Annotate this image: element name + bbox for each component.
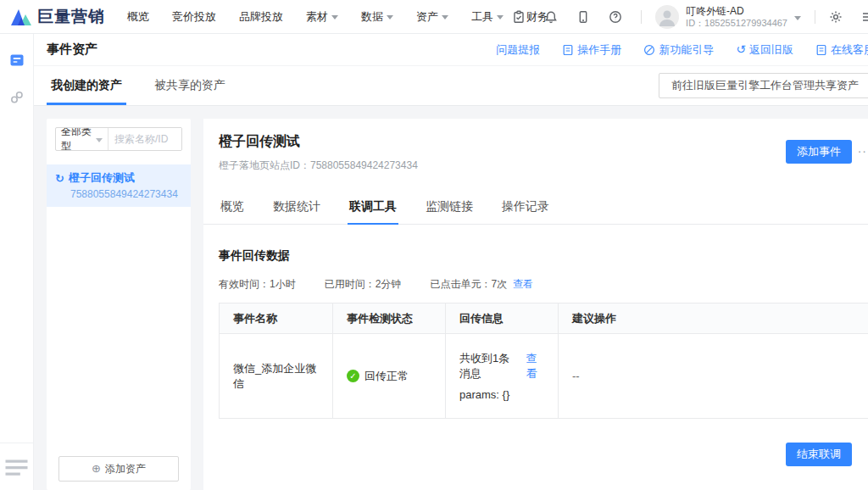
chevron-down-icon [96, 138, 103, 142]
tab-shared-assets[interactable]: 被共享的资产 [150, 66, 230, 105]
callback-stats: 有效时间：1小时 已用时间：2分钟 已点击单元：7次 查看 [219, 277, 868, 292]
navbar-right: 叮咚外链-AD ID：1852551279934467 [512, 0, 868, 34]
logo-icon [10, 8, 32, 26]
shared-link-rail-icon[interactable] [9, 90, 25, 105]
asset-item-name: 橙子回传测试 [69, 170, 135, 186]
suggestion-cell: -- [559, 334, 868, 419]
chevron-down-icon [331, 15, 338, 19]
page-title: 事件资产 [47, 42, 97, 58]
chevron-down-icon [442, 15, 448, 19]
tasks-clipboard-icon[interactable] [512, 10, 526, 24]
asset-detail-title: 橙子回传测试 [219, 133, 868, 151]
view-message-link[interactable]: 查看 [526, 351, 545, 381]
more-actions-icon[interactable]: ·· [858, 144, 867, 158]
menu-data[interactable]: 数据 [361, 9, 393, 25]
asset-list-panel: 全部类型 橙子回传测试 7588055849424273434 添加资产 [47, 119, 191, 490]
asset-detail-panel: 橙子回传测试 橙子落地页站点ID：7588055849424273434 添加事… [203, 119, 868, 490]
table-row: 微信_添加企业微信 回传正常 共收到1条消息 查看 params: {} -- [220, 334, 868, 419]
new-feature-guide-link[interactable]: 新功能引导 [643, 42, 714, 58]
detail-tabs: 概览 数据统计 联调工具 监测链接 操作记录 [203, 192, 868, 225]
document-icon [562, 44, 574, 56]
left-icon-rail [0, 34, 34, 490]
callback-info-cell: 共收到1条消息 查看 params: {} [446, 334, 559, 419]
page-header: 事件资产 问题提报 操作手册 新功能引导 返回旧版 在线客服 [34, 34, 868, 66]
menu-bidding-ads[interactable]: 竞价投放 [172, 9, 216, 25]
divider [815, 10, 815, 24]
chevron-down-icon [387, 15, 393, 19]
view-clicked-units-link[interactable]: 查看 [513, 277, 533, 292]
header-links: 问题提报 操作手册 新功能引导 返回旧版 在线客服 [496, 42, 868, 58]
tab-my-created-assets[interactable]: 我创建的资产 [47, 66, 126, 105]
event-status-cell: 回传正常 [333, 334, 446, 419]
col-callback-info: 回传信息 [446, 303, 559, 334]
mobile-device-icon[interactable] [576, 10, 590, 24]
chevron-down-icon [497, 15, 504, 19]
undo-arrow-icon [736, 43, 746, 56]
menu-brand-ads[interactable]: 品牌投放 [239, 9, 283, 25]
tab-operation-log[interactable]: 操作记录 [500, 192, 551, 224]
menu-overview[interactable]: 概览 [127, 9, 149, 25]
compass-icon [643, 44, 655, 56]
account-chevron-down-icon[interactable] [794, 16, 801, 20]
event-name-cell: 微信_添加企业微信 [220, 334, 333, 419]
manual-link[interactable]: 操作手册 [562, 42, 621, 58]
top-navbar: 巨量营销 概览 竞价投放 品牌投放 素材 数据 资产 工具 财务 [0, 0, 868, 34]
type-filter-select[interactable]: 全部类型 [56, 128, 108, 150]
clicked-units-stat: 已点击单元：7次 查看 [430, 277, 533, 292]
callback-data-section-title: 事件回传数据 [219, 248, 868, 264]
settings-gear-icon[interactable] [829, 10, 843, 24]
col-event-status: 事件检测状态 [333, 303, 446, 334]
asset-tabs-bar: 我创建的资产 被共享的资产 前往旧版巨量引擎工作台管理共享资产 [34, 66, 868, 106]
end-debug-button[interactable]: 结束联调 [786, 443, 852, 466]
notifications-bell-icon[interactable] [544, 10, 558, 24]
search-input[interactable] [108, 128, 181, 150]
table-header-row: 事件名称 事件检测状态 回传信息 建议操作 [220, 303, 868, 334]
online-support-link[interactable]: 在线客服 [815, 42, 868, 58]
callback-table: 事件名称 事件检测状态 回传信息 建议操作 微信_添加企业微信 回传正常 共收到… [219, 303, 868, 419]
menu-tools[interactable]: 工具 [471, 9, 504, 25]
brand-logo[interactable]: 巨量营销 [0, 6, 127, 28]
asset-item-id: 7588055849424273434 [70, 188, 182, 200]
asset-list-item-selected[interactable]: 橙子回传测试 7588055849424273434 [47, 164, 191, 207]
goto-old-workbench-button[interactable]: 前往旧版巨量引擎工作台管理共享资产 [659, 73, 868, 98]
document-icon [815, 44, 827, 56]
params-text: params: {} [459, 388, 544, 401]
help-question-icon[interactable] [609, 10, 622, 24]
valid-time-stat: 有效时间：1小时 [219, 277, 296, 292]
add-event-button[interactable]: 添加事件 [786, 140, 852, 164]
back-to-old-version-link[interactable]: 返回旧版 [736, 42, 793, 58]
avatar[interactable] [655, 5, 679, 29]
asset-filter-row: 全部类型 [55, 127, 182, 151]
account-name: 叮咚外链-AD [686, 5, 787, 18]
tab-monitor-links[interactable]: 监测链接 [424, 192, 475, 224]
tab-overview[interactable]: 概览 [219, 192, 246, 224]
collapse-list-icon[interactable] [0, 450, 33, 483]
success-check-icon [347, 370, 359, 382]
status-text: 回传正常 [364, 369, 409, 384]
add-asset-button[interactable]: 添加资产 [58, 456, 179, 482]
tab-debug-tool[interactable]: 联调工具 [348, 192, 398, 224]
site-id-line: 橙子落地页站点ID：7588055849424273434 [219, 159, 868, 173]
col-event-name: 事件名称 [220, 303, 333, 334]
account-id: ID：1852551279934467 [686, 18, 787, 30]
account-info[interactable]: 叮咚外链-AD ID：1852551279934467 [686, 5, 787, 30]
rail-bottom-section [0, 443, 33, 490]
brand-name: 巨量营销 [37, 6, 105, 28]
menu-creative[interactable]: 素材 [306, 9, 338, 25]
issue-report-link[interactable]: 问题提报 [496, 42, 540, 58]
divider [641, 10, 642, 24]
col-suggestion: 建议操作 [559, 303, 868, 334]
tab-data-statistics[interactable]: 数据统计 [271, 192, 322, 224]
event-assets-rail-icon[interactable] [9, 53, 25, 68]
main-menu: 概览 竞价投放 品牌投放 素材 数据 资产 工具 财务 [127, 9, 548, 25]
sync-arrow-icon [55, 172, 64, 185]
used-time-stat: 已用时间：2分钟 [325, 277, 402, 292]
menu-assets[interactable]: 资产 [416, 9, 448, 25]
apps-menu-icon[interactable] [861, 10, 868, 24]
plus-circle-icon [92, 463, 101, 475]
